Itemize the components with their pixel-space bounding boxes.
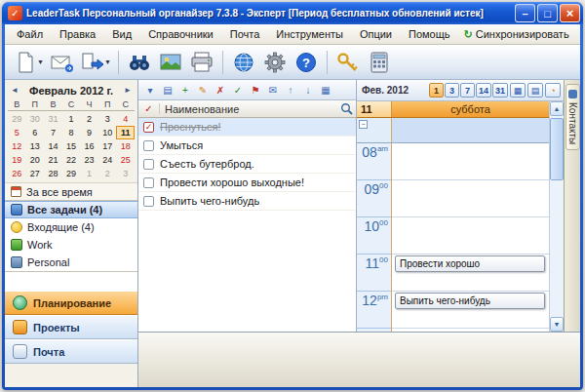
notes-panel[interactable] [138, 332, 580, 387]
task-row-wake-up[interactable]: Проснуться! [138, 118, 356, 137]
calculator-icon[interactable] [365, 48, 394, 77]
license-key-icon[interactable] [333, 48, 363, 77]
view-3-days-button[interactable]: 3 [445, 83, 459, 98]
clock-icon[interactable]: ◔ [545, 83, 561, 98]
calendar-date[interactable]: 2 [80, 112, 98, 126]
task-checkbox[interactable] [143, 122, 154, 133]
all-day-area[interactable] [392, 118, 549, 142]
calendar-date[interactable]: 27 [26, 167, 45, 180]
calendar-date[interactable]: 3 [98, 112, 117, 126]
calendar-date[interactable]: 29 [62, 167, 81, 180]
search-binoculars-icon[interactable] [125, 48, 154, 77]
scrollbar-track[interactable] [550, 116, 564, 317]
columns-icon[interactable]: ▦ [318, 83, 333, 98]
calendar-date[interactable]: 15 [62, 139, 81, 153]
help-icon[interactable]: ? [292, 48, 321, 77]
send-mail-icon[interactable] [47, 48, 76, 77]
calendar-date[interactable]: 16 [80, 139, 98, 153]
view-31-days-button[interactable]: 31 [492, 83, 508, 98]
calendar-date[interactable]: 29 [8, 112, 26, 126]
task-checkbox[interactable] [143, 177, 154, 188]
group-icon[interactable]: ▤ [160, 83, 176, 98]
calendar-date[interactable]: 28 [44, 167, 62, 180]
image-icon[interactable] [156, 48, 185, 77]
calendar-date[interactable]: 23 [80, 153, 98, 167]
event-drink[interactable]: Выпить чего-нибудь [395, 293, 545, 309]
calendar-date[interactable]: 19 [8, 153, 26, 167]
calendar-prev-icon[interactable]: ◄ [8, 86, 21, 95]
menu-edit[interactable]: Правка [50, 25, 102, 43]
view-7-days-button[interactable]: 7 [460, 83, 475, 98]
complete-column-icon[interactable]: ✓ [138, 103, 160, 114]
add-task-icon[interactable]: + [177, 83, 193, 98]
menu-view[interactable]: Вид [102, 25, 138, 43]
calendar-date[interactable]: 3 [116, 167, 135, 180]
move-up-icon[interactable]: ↑ [283, 83, 298, 98]
new-task-icon[interactable] [11, 48, 40, 77]
contacts-tab[interactable]: Контакты [566, 84, 580, 150]
calendar-next-icon[interactable]: ► [121, 86, 135, 95]
calendar-date[interactable]: 7 [44, 126, 62, 139]
calendar-date[interactable]: 22 [62, 153, 81, 167]
day-scrollbar[interactable]: ▲ ▼ [549, 101, 564, 332]
day-canvas[interactable]: Провести хорошоВыпить чего-нибудь [392, 143, 549, 332]
nav-planning[interactable]: Планирование [5, 291, 137, 315]
internet-icon[interactable] [229, 48, 258, 77]
view-14-days-button[interactable]: 14 [476, 83, 491, 98]
title-bar[interactable]: ✓ LeaderTask Персональный органайзер 7.3… [2, 2, 583, 24]
calendar-grid-icon[interactable]: ▦ [510, 83, 526, 98]
task-row-weekend[interactable]: Провести хорошо выходные! [138, 174, 356, 192]
task-row-drink[interactable]: Выпить чего-нибудь [138, 192, 356, 211]
scrollbar-thumb[interactable] [550, 118, 564, 180]
calendar-date[interactable]: 2 [98, 167, 117, 180]
complete-task-icon[interactable]: ✓ [230, 83, 246, 98]
search-icon[interactable] [336, 102, 356, 115]
folder-inbox[interactable]: Входящие (4) [5, 218, 137, 236]
calendar-date[interactable]: 14 [44, 139, 62, 153]
delete-task-icon[interactable]: ✗ [213, 83, 228, 98]
menu-tools[interactable]: Инструменты [266, 25, 350, 43]
move-down-icon[interactable]: ↓ [300, 83, 316, 98]
calendar-date[interactable]: 5 [8, 126, 26, 139]
task-checkbox[interactable] [143, 159, 154, 170]
calendar-date[interactable]: 26 [8, 167, 26, 180]
calendar-week-icon[interactable]: ▤ [527, 83, 543, 98]
maximize-button[interactable]: □ [537, 4, 558, 22]
calendar-date[interactable]: 12 [8, 139, 26, 153]
calendar-date[interactable]: 9 [80, 126, 98, 139]
calendar-date[interactable]: 8 [62, 126, 81, 139]
task-row-sandwich[interactable]: Съесть бутерброд. [138, 155, 356, 174]
calendar-date[interactable]: 10 [98, 126, 117, 139]
folder-all-tasks[interactable]: Все задачи (4) [5, 201, 137, 218]
print-icon[interactable] [187, 48, 216, 77]
calendar-date[interactable]: 20 [26, 153, 45, 167]
close-button[interactable]: × [560, 4, 580, 22]
menu-references[interactable]: Справочники [138, 25, 220, 43]
edit-task-icon[interactable]: ✎ [195, 83, 211, 98]
mail-task-icon[interactable]: ✉ [265, 83, 281, 98]
all-time-filter[interactable]: За все время [5, 182, 137, 201]
calendar-date[interactable]: 6 [26, 126, 45, 139]
menu-help[interactable]: Помощь [399, 25, 457, 43]
calendar-date[interactable]: 4 [116, 112, 135, 126]
export-dropdown-icon[interactable]: ▼ [104, 59, 112, 65]
menu-sync[interactable]: ↻Синхронизировать [457, 25, 576, 44]
scroll-down-icon[interactable]: ▼ [550, 317, 564, 332]
export-icon[interactable] [78, 48, 107, 77]
new-task-dropdown-icon[interactable]: ▼ [37, 59, 45, 65]
scroll-up-icon[interactable]: ▲ [550, 101, 564, 116]
calendar-date[interactable]: 17 [98, 139, 117, 153]
calendar-date[interactable]: 31 [44, 112, 62, 126]
calendar-date[interactable]: 25 [116, 153, 135, 167]
calendar-date[interactable]: 30 [26, 112, 45, 126]
flag-icon[interactable]: ⚑ [248, 83, 263, 98]
day-column-header[interactable]: 11 суббота [357, 101, 549, 118]
view-1-day-button[interactable]: 1 [429, 83, 444, 98]
minimize-button[interactable]: – [515, 4, 535, 22]
task-row-wash[interactable]: Умыться [138, 137, 356, 155]
nav-projects[interactable]: Проекты [5, 315, 137, 339]
calendar-date[interactable]: 13 [26, 139, 45, 153]
calendar-date[interactable]: 21 [44, 153, 62, 167]
filter-icon[interactable]: ▾ [142, 83, 158, 98]
calendar-date[interactable]: 1 [62, 112, 81, 126]
